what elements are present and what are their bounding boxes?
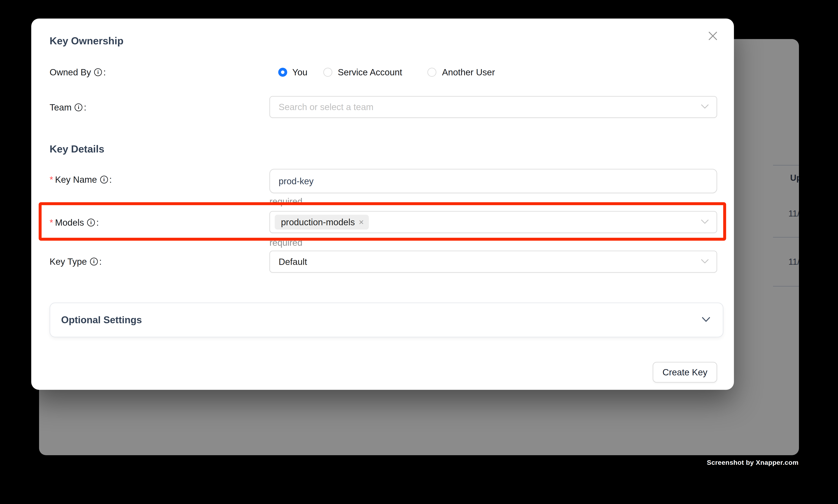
create-key-button[interactable]: Create Key: [653, 362, 717, 383]
close-icon: [708, 32, 717, 40]
radio-label-you[interactable]: You: [292, 67, 307, 77]
required-asterisk: *: [50, 217, 53, 228]
info-icon[interactable]: i: [90, 258, 98, 266]
modal-title: Key Ownership: [50, 35, 124, 47]
label-colon: :: [84, 102, 86, 113]
key-name-required-helper: required: [269, 196, 302, 207]
chevron-down-icon: [701, 259, 709, 265]
tag-remove-icon[interactable]: ×: [359, 218, 364, 227]
table-cell-date-fragment: 11/: [788, 257, 799, 267]
key-type-select-value: Default: [279, 256, 307, 267]
chevron-down-icon: [701, 219, 709, 225]
label-colon: :: [109, 174, 112, 185]
label-colon: :: [99, 256, 102, 267]
info-icon[interactable]: i: [100, 176, 108, 183]
key-details-heading: Key Details: [50, 143, 104, 155]
required-asterisk: *: [50, 174, 53, 185]
watermark-text: Screenshot by Xnapper.com: [707, 459, 799, 466]
selected-model-tag: production-models ×: [275, 215, 369, 230]
key-name-input-value: prod-key: [279, 176, 314, 186]
team-select[interactable]: Search or select a team: [269, 96, 717, 118]
updated-column-header-fragment: Up: [790, 173, 799, 183]
owned-by-label-text: Owned By: [50, 67, 91, 77]
key-name-label: * Key Name i :: [50, 174, 112, 185]
info-icon[interactable]: i: [87, 219, 95, 227]
optional-settings-panel[interactable]: Optional Settings: [50, 303, 724, 337]
team-select-placeholder: Search or select a team: [279, 102, 374, 112]
radio-owned-by-service-account[interactable]: [323, 68, 332, 77]
models-required-helper: required: [269, 237, 302, 248]
key-name-label-text: Key Name: [55, 174, 97, 185]
table-top-divider: [773, 165, 799, 165]
radio-label-service-account[interactable]: Service Account: [338, 67, 402, 77]
models-multiselect[interactable]: production-models ×: [269, 211, 717, 233]
chevron-down-icon: [701, 104, 709, 110]
key-type-label: Key Type i :: [50, 256, 102, 267]
row-divider: [773, 237, 799, 237]
chevron-down-icon: [702, 317, 710, 323]
row-divider: [773, 286, 799, 287]
models-label-text: Models: [55, 217, 84, 228]
create-key-modal: Key Ownership Owned By i : You Service A…: [31, 19, 734, 390]
owned-by-label: Owned By i :: [50, 67, 106, 77]
optional-settings-label: Optional Settings: [61, 314, 142, 326]
table-cell-date-fragment: 11/: [788, 209, 799, 218]
key-name-input[interactable]: prod-key: [269, 169, 717, 193]
key-type-select[interactable]: Default: [269, 251, 717, 273]
info-icon[interactable]: i: [94, 68, 102, 76]
radio-owned-by-you[interactable]: [278, 68, 287, 77]
label-colon: :: [103, 67, 106, 77]
radio-label-another-user[interactable]: Another User: [442, 67, 495, 77]
close-button[interactable]: [707, 30, 718, 41]
team-label-text: Team: [50, 102, 71, 113]
team-label: Team i :: [50, 102, 86, 113]
selected-model-tag-text: production-models: [281, 217, 355, 228]
key-type-label-text: Key Type: [50, 256, 87, 267]
label-colon: :: [96, 217, 99, 228]
radio-owned-by-another-user[interactable]: [427, 68, 436, 77]
models-label: * Models i :: [50, 217, 99, 228]
info-icon[interactable]: i: [75, 104, 83, 111]
